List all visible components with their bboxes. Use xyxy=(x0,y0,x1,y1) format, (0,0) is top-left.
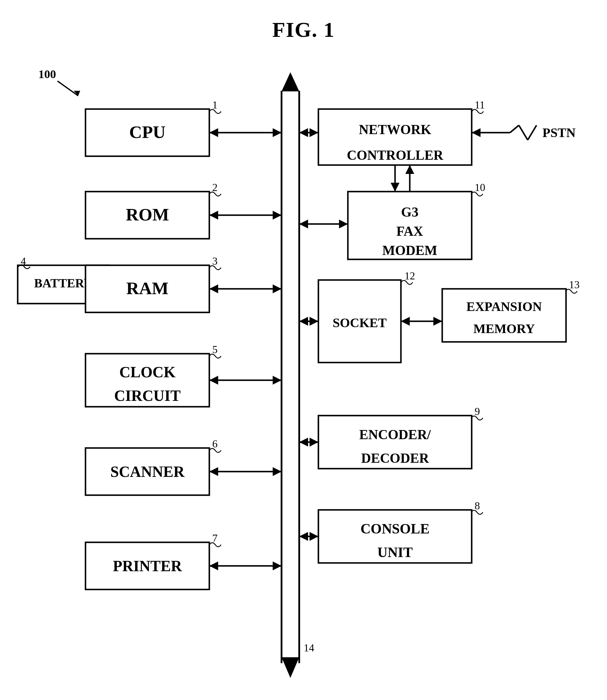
svg-text:13: 13 xyxy=(569,279,580,291)
svg-marker-69 xyxy=(299,219,308,228)
svg-marker-12 xyxy=(209,128,218,137)
svg-text:RAM: RAM xyxy=(126,278,168,298)
svg-marker-37 xyxy=(273,376,281,385)
svg-text:9: 9 xyxy=(475,406,480,417)
svg-text:ROM: ROM xyxy=(126,205,169,224)
svg-line-61 xyxy=(528,125,537,140)
svg-text:UNIT: UNIT xyxy=(377,544,413,560)
svg-marker-3 xyxy=(281,72,299,91)
svg-text:CONSOLE: CONSOLE xyxy=(360,521,430,536)
svg-marker-49 xyxy=(273,561,281,570)
svg-text:12: 12 xyxy=(404,270,415,282)
svg-marker-48 xyxy=(209,561,218,570)
svg-marker-43 xyxy=(273,467,281,476)
svg-marker-29 xyxy=(209,284,218,293)
svg-text:11: 11 xyxy=(475,99,485,111)
svg-text:DECODER: DECODER xyxy=(361,451,429,466)
svg-marker-87 xyxy=(433,317,442,326)
svg-marker-101 xyxy=(310,532,318,541)
svg-text:MODEM: MODEM xyxy=(382,243,438,258)
svg-text:FAX: FAX xyxy=(396,224,423,239)
svg-text:NETWORK: NETWORK xyxy=(359,122,431,137)
svg-text:SCANNER: SCANNER xyxy=(110,463,185,480)
svg-text:1: 1 xyxy=(212,99,217,111)
svg-text:BATTERY: BATTERY xyxy=(34,276,92,290)
svg-text:10: 10 xyxy=(475,182,485,193)
svg-marker-58 xyxy=(472,128,481,137)
svg-marker-56 xyxy=(310,128,318,137)
svg-marker-55 xyxy=(299,128,308,137)
svg-text:PRINTER: PRINTER xyxy=(113,558,182,574)
svg-text:14: 14 xyxy=(304,642,314,654)
svg-marker-94 xyxy=(310,438,318,447)
svg-text:100: 100 xyxy=(38,67,56,81)
svg-line-60 xyxy=(519,125,528,140)
svg-text:CLOCK: CLOCK xyxy=(119,364,176,381)
svg-line-59 xyxy=(510,125,519,133)
svg-text:G3: G3 xyxy=(401,205,419,219)
svg-marker-19 xyxy=(273,211,281,219)
svg-marker-36 xyxy=(209,376,218,385)
svg-text:EXPANSION: EXPANSION xyxy=(466,299,542,314)
svg-marker-70 xyxy=(339,219,348,228)
svg-text:7: 7 xyxy=(212,532,217,544)
svg-text:CIRCUIT: CIRCUIT xyxy=(114,387,181,404)
svg-marker-30 xyxy=(273,284,281,293)
svg-marker-74 xyxy=(405,165,414,174)
svg-text:6: 6 xyxy=(212,438,217,450)
svg-marker-18 xyxy=(209,211,218,219)
svg-text:CPU: CPU xyxy=(129,122,165,142)
svg-text:PSTN: PSTN xyxy=(542,126,576,140)
svg-text:ENCODER/: ENCODER/ xyxy=(359,427,431,442)
svg-marker-100 xyxy=(299,532,308,541)
svg-marker-6 xyxy=(281,657,299,678)
svg-marker-79 xyxy=(299,317,308,326)
svg-text:5: 5 xyxy=(212,344,217,356)
svg-text:MEMORY: MEMORY xyxy=(474,322,535,336)
svg-text:CONTROLLER: CONTROLLER xyxy=(347,148,443,163)
svg-marker-86 xyxy=(401,317,410,326)
svg-marker-13 xyxy=(273,128,281,137)
svg-text:8: 8 xyxy=(475,500,480,512)
fig-title: FIG. 1 xyxy=(0,0,607,42)
svg-line-1 xyxy=(58,81,78,96)
svg-text:3: 3 xyxy=(212,255,217,267)
svg-marker-42 xyxy=(209,467,218,476)
svg-text:SOCKET: SOCKET xyxy=(333,316,386,330)
diagram-container: 100 14 CPU 1 ROM 2 xyxy=(0,47,607,700)
svg-marker-72 xyxy=(391,183,399,192)
svg-marker-93 xyxy=(299,438,308,447)
svg-text:2: 2 xyxy=(212,182,217,193)
svg-marker-80 xyxy=(310,317,318,326)
